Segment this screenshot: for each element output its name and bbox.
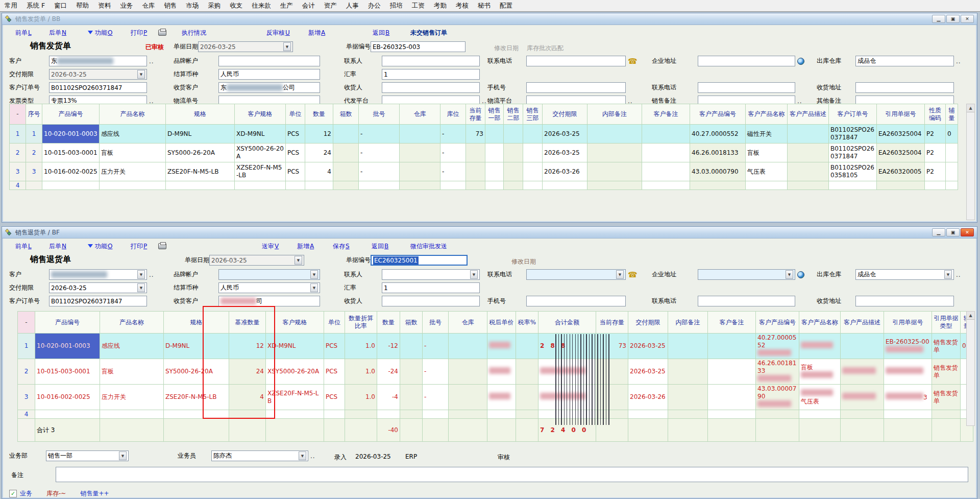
cell[interactable]: [708, 385, 756, 410]
cell[interactable]: [100, 410, 164, 419]
table-row[interactable]: 合计 3-407 2 4 0 0: [18, 419, 973, 442]
cell[interactable]: [423, 419, 449, 442]
scroll-up-icon[interactable]: ▲: [967, 312, 974, 320]
cell[interactable]: [333, 162, 359, 181]
cell[interactable]: [829, 181, 877, 190]
cell[interactable]: [841, 385, 884, 410]
column-header[interactable]: 客户产品编号: [690, 104, 746, 125]
column-header[interactable]: 基准数量: [229, 312, 266, 334]
prev-doc-button[interactable]: 前单L: [15, 242, 32, 251]
cell[interactable]: [756, 419, 799, 442]
salesman-field-value[interactable]: 陈亦杰▼: [211, 450, 308, 461]
column-header[interactable]: 客户产品名称: [799, 312, 841, 334]
cell[interactable]: [596, 410, 628, 419]
cell[interactable]: [587, 125, 642, 144]
cell[interactable]: 2026-03-26: [628, 385, 668, 410]
cell[interactable]: 40.27.0000552: [690, 125, 746, 144]
column-header[interactable]: 销售二部: [504, 104, 523, 125]
contact-phone-field-value[interactable]: [526, 56, 626, 66]
cell[interactable]: 43.03.0000790: [756, 385, 799, 410]
column-header[interactable]: 数量折算比率: [345, 312, 377, 334]
receive-address-field-value[interactable]: [855, 296, 954, 306]
doc-no-field-value[interactable]: EC260325001: [371, 255, 468, 266]
column-header[interactable]: 仓库: [449, 312, 487, 334]
cell[interactable]: [485, 162, 504, 181]
column-header[interactable]: 交付期限: [543, 104, 587, 125]
cell[interactable]: [42, 181, 100, 190]
menu-item[interactable]: 市场: [181, 0, 203, 12]
cell[interactable]: [35, 410, 100, 419]
chevron-down-icon[interactable]: ▼: [299, 452, 306, 460]
cell[interactable]: [18, 419, 35, 442]
cell[interactable]: 2026-03-25: [628, 334, 668, 359]
cell[interactable]: [543, 181, 587, 190]
phone-icon[interactable]: ☎: [628, 57, 638, 66]
cell[interactable]: [788, 162, 829, 181]
menu-item[interactable]: 办公: [363, 0, 385, 12]
chevron-down-icon[interactable]: ▼: [295, 256, 302, 265]
cell[interactable]: [266, 419, 324, 442]
warehouse-field-value[interactable]: 成品仓: [855, 56, 954, 66]
column-header[interactable]: 单位: [324, 312, 345, 334]
cell[interactable]: 73: [596, 334, 628, 359]
cell[interactable]: SY5000-26-20A: [164, 359, 229, 385]
cell[interactable]: 压力开关: [100, 385, 164, 410]
column-header[interactable]: 辅量: [946, 104, 958, 125]
cell[interactable]: [400, 359, 423, 385]
cell[interactable]: [266, 410, 324, 419]
table-row[interactable]: 4: [18, 410, 973, 419]
table-row[interactable]: 1110-020-001-0003感应线D-M9NLXD-M9NLPCS12--…: [10, 125, 958, 144]
menu-item[interactable]: 收支: [225, 0, 247, 12]
cell[interactable]: [925, 181, 946, 190]
cell[interactable]: [884, 410, 932, 419]
menu-item[interactable]: 秘书: [473, 0, 495, 12]
cell[interactable]: [642, 181, 690, 190]
cell[interactable]: [164, 419, 229, 442]
chevron-down-icon[interactable]: ▼: [137, 283, 145, 292]
cell[interactable]: [400, 181, 440, 190]
cell[interactable]: [449, 359, 487, 385]
cell[interactable]: 0: [946, 125, 958, 144]
doc-date-field-value[interactable]: 2026-03-25▼: [198, 41, 293, 52]
cell[interactable]: [788, 144, 829, 162]
cell[interactable]: 46.26.0018133: [690, 144, 746, 162]
cell[interactable]: [516, 419, 538, 442]
prev-doc-button[interactable]: 前单L: [15, 29, 32, 37]
cell[interactable]: 73: [466, 125, 485, 144]
column-header[interactable]: 序号: [26, 104, 42, 125]
cell[interactable]: 盲板: [100, 359, 164, 385]
chevron-down-icon[interactable]: ▼: [310, 283, 318, 292]
cell[interactable]: [485, 181, 504, 190]
submit-approval-button[interactable]: 送审V: [262, 242, 279, 251]
cell[interactable]: [538, 410, 596, 419]
cell[interactable]: -12: [377, 334, 400, 359]
next-doc-button[interactable]: 后单N: [49, 29, 66, 37]
cell[interactable]: [587, 162, 642, 181]
cell[interactable]: -: [440, 144, 466, 162]
lookup-button[interactable]: ..: [956, 271, 961, 278]
cell[interactable]: 气压表: [799, 385, 841, 410]
receiver-field-value[interactable]: [382, 296, 480, 306]
cell[interactable]: [877, 181, 925, 190]
cell[interactable]: 24: [229, 359, 266, 385]
cell[interactable]: 10-015-003-0001: [42, 144, 100, 162]
cell[interactable]: 10-020-001-0003: [35, 334, 100, 359]
window2-titlebar[interactable]: 销售退货单 / BF ▁ ▣ ✕: [2, 227, 977, 239]
lookup-button[interactable]: ..: [956, 58, 961, 65]
cell[interactable]: 盲板: [100, 144, 166, 162]
add-new-button[interactable]: 新增A: [297, 242, 314, 251]
vertical-scrollbar[interactable]: ▲: [966, 104, 975, 220]
cell[interactable]: -: [440, 162, 466, 181]
cell[interactable]: 感应线: [100, 125, 166, 144]
cell[interactable]: [345, 419, 377, 442]
cell[interactable]: [286, 181, 305, 190]
status-business-link[interactable]: 业务: [20, 489, 32, 498]
cell[interactable]: 气压表: [746, 162, 788, 181]
cell[interactable]: [884, 419, 932, 442]
menu-item[interactable]: 往来款: [247, 0, 276, 12]
close-button[interactable]: ✕: [961, 15, 974, 23]
cell[interactable]: 10-020-001-0003: [42, 125, 100, 144]
cell[interactable]: [946, 162, 958, 181]
column-header[interactable]: 当前存量: [596, 312, 628, 334]
cell[interactable]: 4: [10, 181, 26, 190]
